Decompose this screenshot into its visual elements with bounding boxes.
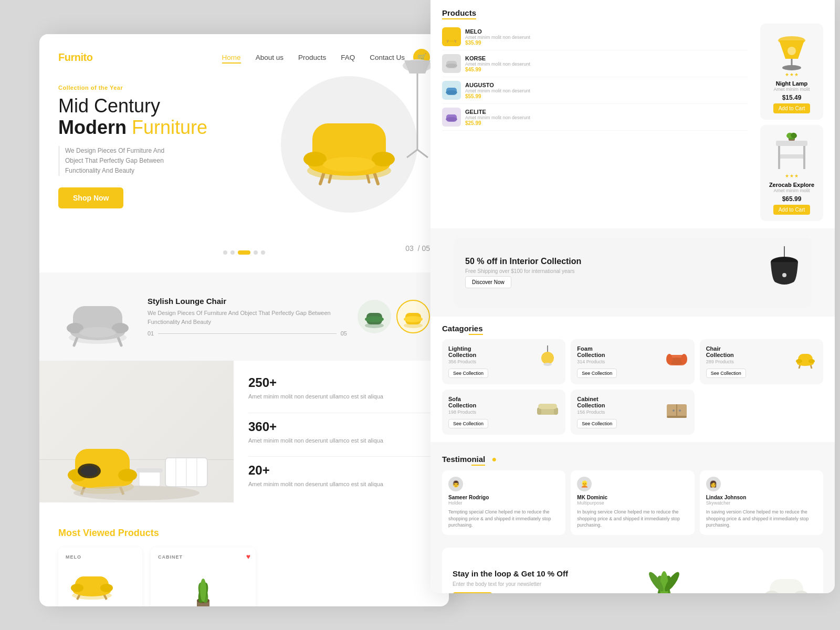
cat-chair-count: 289 Products [706,359,746,364]
svg-point-57 [200,579,206,602]
product-list-info-3: GELITE Amet minim molit non deserunt $25… [465,109,530,126]
categories-title: Catagories [442,324,823,333]
discover-btn[interactable]: Discover Now [465,276,511,288]
test-name-0: Sameer Rodrigo [448,495,559,500]
svg-point-98 [808,359,815,363]
dot-4[interactable] [254,250,258,255]
cat-cabinet[interactable]: CabinetCollection 156 Products See Colle… [571,390,694,435]
newsletter-plant-svg [638,558,690,593]
melo-chair-svg [66,564,118,601]
featured-0-stars: ★★★ [785,72,799,77]
svg-rect-75 [778,154,805,159]
nav-products[interactable]: Products [298,54,326,61]
right-products-section: Products MELO [430,0,835,228]
pdesc-2: Amet minim molit non deserunt [465,88,530,93]
lounge-title: Stylish Lounge Chair [148,297,347,306]
svg-line-14 [417,150,428,158]
cat-sofa-img [536,396,559,419]
testimonials-section: Testimonial ● 👨 Sameer Rodrigo Holder Te… [430,447,835,542]
product-list-col: MELO Amet minim molit non deserunt $35.9… [442,24,748,221]
nav-faq[interactable]: FAQ [341,54,355,61]
nav-home[interactable]: Home [222,54,241,64]
dot-3-active[interactable] [238,250,250,255]
see-foam-btn[interactable]: See Collection [577,369,617,378]
pdesc-1: Amet minim molit non deserunt [465,61,530,67]
product-card-melo[interactable]: MELO Melo Chair Amet minim molit non des… [58,547,142,607]
test-text-2: In saving version Clone helped me to red… [706,509,817,529]
products-two-col: MELO Amet minim molit non deserunt $35.9… [442,24,823,221]
nav-links: Home About us Products FAQ Contact Us [222,52,405,62]
grey-chair-image [58,285,137,348]
lounge-section: Stylish Lounge Chair We Design Pieces Of… [39,272,449,361]
cat-chair-name: ChairCollection [706,345,746,358]
svg-point-72 [782,65,801,70]
chair-thumbnails [358,300,430,333]
newsletter-btn[interactable]: Send Mail [453,592,492,593]
testimonial-1: 👱 MK Dominic Multipurpose In buying serv… [571,470,694,535]
add-cart-btn-1[interactable]: Add to Cart [773,205,811,215]
testimonials-title-highlight: nial [471,455,485,466]
see-sofa-btn[interactable]: See Collection [448,419,488,428]
svg-point-37 [81,466,98,476]
dot-2[interactable] [230,250,235,255]
pdesc-0: Amet minim molit non deserunt [465,35,530,40]
pprice-3: $25.99 [465,120,530,126]
stat-desc-1: Amet minim molit non deserunt ullamco es… [248,436,434,445]
cabinet-card[interactable]: ♥ CABINET Cabinet Amet minim mol [151,547,256,607]
thumb-yellow-svg [400,303,426,330]
nav-about[interactable]: About us [256,54,284,61]
off-banner-wrapper: 50 % off in Interior Collection Free Shi… [430,228,835,317]
room-background [39,361,234,502]
see-lighting-btn[interactable]: See Collection [448,369,488,378]
featured-product-0[interactable]: ★★★ Night Lamp Amet minim molit $15.49 A… [760,24,823,120]
svg-point-91 [666,354,673,364]
pname-1: KORSE [465,55,530,61]
svg-point-25 [365,316,384,322]
avatar-2: 👩 [706,477,721,491]
cat-foam-count: 314 Products [577,359,617,364]
right-panel: Products MELO [430,0,835,593]
product-list-item-0[interactable]: MELO Amet minim molit non deserunt $35.9… [442,24,748,50]
right-products-title: Products [442,8,823,17]
foam-img-svg [665,345,688,369]
dot-5[interactable] [261,250,265,255]
product-list-item-3[interactable]: GELITE Amet minim molit non deserunt $25… [442,104,748,131]
newsletter-text: Stay in the loop & Get 10 % Off Enter th… [453,569,568,587]
cat-foam[interactable]: FoamCollection 314 Products See Collecti… [571,339,694,384]
featured-product-1[interactable]: ★★★ Zerocab Explore Amet minim molit $65… [760,125,823,221]
testimonial-0: 👨 Sameer Rodrigo Holder Tempting special… [442,470,565,535]
svg-rect-102 [538,404,557,409]
pdesc-3: Amet minim molit non deserunt [465,115,530,120]
favorite-icon[interactable]: ♥ [246,552,250,561]
svg-point-87 [541,352,554,364]
product-list-item-2[interactable]: AUGUSTO Amet minim molit non deserunt $5… [442,77,748,104]
svg-rect-107 [667,416,687,418]
dot-1[interactable] [223,250,227,255]
lounge-description: We Design Pieces Of Furniture And Object… [148,309,347,326]
see-cabinet-btn[interactable]: See Collection [577,419,617,428]
product-list-item-1[interactable]: KORSE Amet minim molit non deserunt $45.… [442,50,748,77]
featured-1-name: Zerocab Explore [769,182,814,188]
test-text-0: Tempting special Clone helped me to redu… [448,509,559,529]
main-card: Furnito Home About us Products FAQ Conta… [39,34,449,606]
product-2-svg [444,83,459,97]
newsletter-title: Stay in the loop & Get 10 % Off [453,569,568,579]
shop-now-button[interactable]: Shop Now [58,187,123,208]
featured-0-name: Night Lamp [776,80,808,87]
product-1-svg [444,57,459,70]
product-list-info-2: AUGUSTO Amet minim molit non deserunt $5… [465,82,530,99]
cat-sofa[interactable]: SofaCollection 198 Products See Collecti… [442,390,565,435]
cat-cabinet-count: 156 Products [577,410,617,415]
add-cart-btn-0[interactable]: Add to Cart [773,103,811,113]
cat-lighting[interactable]: LightingCollection 356 Products See Coll… [442,339,565,384]
products-right-col: ★★★ Night Lamp Amet minim molit $15.49 A… [754,24,823,221]
chair-img-svg [794,345,817,369]
thumb-yellow-chair[interactable] [396,300,430,333]
room-svg [39,361,234,502]
thumb-green-chair[interactable] [358,300,391,333]
cat-chair[interactable]: ChairCollection 289 Products See Collect… [700,339,823,384]
product-list-info-0: MELO Amet minim molit non deserunt $35.9… [465,28,530,46]
svg-point-97 [796,359,802,363]
off-banner: 50 % off in Interior Collection Free Shi… [454,238,812,307]
see-chair-btn[interactable]: See Collection [706,369,746,378]
